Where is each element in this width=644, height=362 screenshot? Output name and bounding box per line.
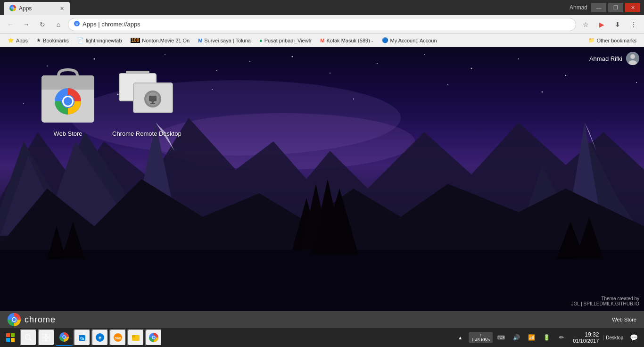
time-display: 19:32 (573, 331, 599, 338)
web-store-label: Web Store (53, 130, 82, 137)
taskbar-edge-button[interactable]: e (91, 329, 108, 346)
page-icon: C (74, 21, 80, 28)
explorer-icon (132, 333, 140, 342)
tab-title: Apps (19, 5, 32, 12)
bookmark-bookmarks[interactable]: ★ Bookmarks (33, 36, 73, 44)
title-bar: Apps ✕ Ahmad — ❐ ✕ (0, 0, 644, 15)
battery-icon[interactable]: 🔋 (540, 329, 553, 346)
pusat-icon: ● (259, 38, 263, 43)
keyboard-icon[interactable]: ⌨ (495, 329, 508, 346)
svg-point-2 (12, 7, 14, 9)
window-controls: — ❐ ✕ (591, 3, 640, 12)
menu-button[interactable]: ⋮ (627, 18, 640, 31)
svg-rect-76 (42, 338, 46, 341)
bookmark-myaccount[interactable]: 🔵 My Account: Accoun (378, 36, 441, 44)
myaccount-icon: 🔵 (382, 37, 388, 43)
bookmark-gmail[interactable]: M Kotak Masuk (589) - (316, 37, 377, 44)
apps-area: Web Store (0, 47, 644, 311)
back-button[interactable]: ← (4, 18, 17, 31)
svg-point-51 (64, 97, 72, 106)
web-store-icon (38, 66, 98, 126)
clock[interactable]: 19:32 01/10/2017 (570, 330, 602, 345)
network-icon[interactable]: 📶 (525, 329, 538, 346)
taskbar: 🛍 e 360 ▲ ↑ (0, 328, 644, 347)
address-bar[interactable]: C Apps | chrome://apps (68, 18, 576, 31)
search-button[interactable] (20, 329, 37, 346)
taskbar-explorer-button[interactable] (127, 329, 144, 346)
bookmarks-bar: ⭐ Apps ★ Bookmarks 📄 lightningnewtab 100… (0, 34, 644, 47)
bookmark-apps[interactable]: ⭐ Apps (4, 36, 32, 44)
desktop-button[interactable]: Desktop (603, 335, 625, 340)
svg-text:🛍: 🛍 (80, 336, 84, 341)
bookmark-bookmarks-label: Bookmarks (43, 38, 69, 43)
task-view-icon (42, 334, 50, 341)
gmail-icon: M (320, 38, 324, 43)
apps-bookmark-icon: ⭐ (8, 37, 14, 43)
user-avatar (626, 52, 639, 65)
footer-web-store-label: Web Store (612, 317, 636, 322)
svg-text:360: 360 (115, 336, 121, 340)
task-view-button[interactable] (38, 329, 55, 346)
theme-credit-line2: JGL | SPILLEDMILK.GITHUB.IO (571, 301, 640, 306)
theme-credit: Theme created by JGL | SPILLEDMILK.GITHU… (571, 296, 640, 306)
show-more-button[interactable]: ▲ (454, 329, 467, 346)
tab-strip: Apps ✕ (4, 0, 570, 15)
start-button[interactable] (2, 329, 19, 346)
minimize-button[interactable]: — (591, 3, 606, 12)
bookmark-pusat-label: Pusat pribadi_Viewfr (264, 38, 312, 43)
cast-button[interactable]: ▶ (595, 18, 608, 31)
home-button[interactable]: ⌂ (52, 18, 65, 31)
svg-text:C: C (75, 22, 78, 25)
svg-point-67 (13, 318, 16, 321)
forward-button[interactable]: → (20, 18, 33, 31)
taskbar-chrome2-button[interactable] (145, 329, 162, 346)
bookmark-myaccount-label: My Account: Accoun (390, 38, 437, 43)
taskbar-chrome2-icon (149, 333, 158, 342)
address-text: Apps | chrome://apps (83, 21, 570, 28)
icon-360: 360 (114, 333, 122, 342)
notification-center-button[interactable]: 💬 (627, 329, 640, 346)
date-display: 01/10/2017 (573, 338, 599, 344)
taskbar-chrome-app[interactable] (56, 329, 73, 346)
desktop-label: Desktop (606, 335, 623, 340)
svg-rect-68 (6, 333, 10, 337)
bookmark-lightningnewtab[interactable]: 📄 lightningnewtab (74, 36, 125, 44)
active-tab[interactable]: Apps ✕ (4, 2, 70, 15)
other-bookmarks-button[interactable]: 📁 Other bookmarks (585, 36, 640, 44)
store-icon: 🛍 (78, 333, 86, 342)
other-bookmarks-label: Other bookmarks (597, 38, 636, 43)
svg-rect-69 (11, 333, 15, 337)
taskbar-360-button[interactable]: 360 (109, 329, 126, 346)
download-button[interactable]: ⬇ (611, 18, 624, 31)
close-button[interactable]: ✕ (625, 3, 640, 12)
bookmark-gmail-label: Kotak Masuk (589) - (326, 38, 373, 43)
maximize-button[interactable]: ❐ (608, 3, 623, 12)
svg-point-63 (630, 54, 635, 59)
svg-rect-58 (149, 96, 157, 101)
bookmark-survei[interactable]: M Survei saya | Toluna (194, 37, 255, 44)
survei-icon: M (198, 38, 202, 43)
web-store-app[interactable]: Web Store (38, 66, 98, 137)
svg-rect-70 (6, 338, 10, 342)
bookmark-survei-label: Survei saya | Toluna (204, 38, 251, 43)
taskbar-chrome-icon (59, 332, 69, 342)
svg-line-73 (30, 339, 32, 341)
svg-rect-75 (47, 334, 50, 337)
chrome-logo: chrome (8, 313, 56, 326)
bookmark-pusat[interactable]: ● Pusat pribadi_Viewfr (256, 37, 315, 44)
reload-button[interactable]: ↻ (36, 18, 49, 31)
volume-icon[interactable]: 🔊 (510, 329, 523, 346)
close-tab-button[interactable]: ✕ (60, 6, 64, 12)
edit-icon[interactable]: ✏ (555, 329, 568, 346)
user-info: Ahmad Rifki (589, 52, 639, 65)
chrome-remote-desktop-app[interactable]: Chrome Remote Desktop (112, 66, 182, 137)
navigation-bar: ← → ↻ ⌂ C Apps | chrome://apps ☆ ▶ ⬇ ⋮ (0, 15, 644, 34)
bookmark-star-button[interactable]: ☆ (579, 18, 592, 31)
svg-rect-61 (126, 71, 149, 74)
taskbar-store-button[interactable]: 🛍 (74, 329, 91, 346)
svg-point-80 (63, 336, 66, 338)
bookmark-apps-label: Apps (16, 38, 28, 43)
svg-point-72 (25, 335, 30, 339)
svg-point-91 (153, 337, 155, 339)
bookmark-nonton[interactable]: 100 Nonton.Movie 21 On (127, 37, 194, 44)
